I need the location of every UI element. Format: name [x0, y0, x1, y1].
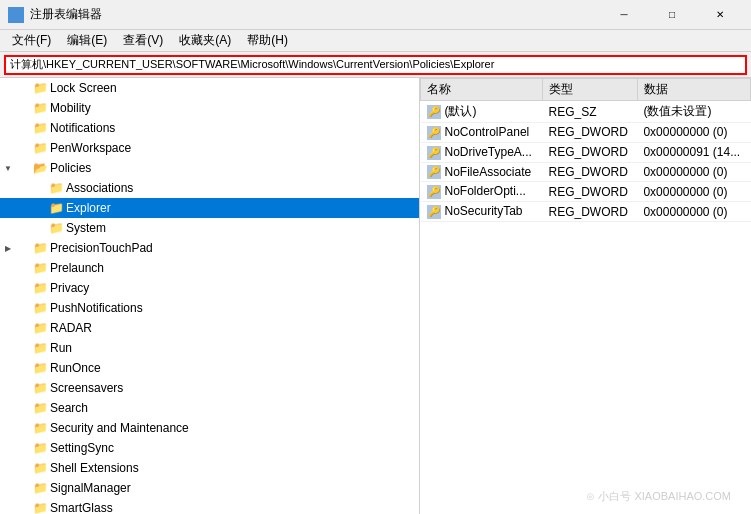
tree-item-explorer[interactable]: 📁Explorer: [0, 198, 419, 218]
address-bar: [0, 52, 751, 78]
registry-row[interactable]: 🔑(默认)REG_SZ(数值未设置): [421, 101, 751, 123]
col-type: 类型: [543, 79, 638, 101]
no-expand-icon: [0, 340, 16, 356]
menu-item-e[interactable]: 编辑(E): [59, 30, 115, 51]
tree-item-search[interactable]: 📁Search: [0, 398, 419, 418]
no-expand-icon: [0, 100, 16, 116]
tree-item-securityandmaintenance[interactable]: 📁Security and Maintenance: [0, 418, 419, 438]
svg-rect-0: [10, 9, 15, 14]
tree-item-lockscreen[interactable]: 📁Lock Screen: [0, 78, 419, 98]
reg-data: (数值未设置): [637, 101, 750, 123]
menu-item-h[interactable]: 帮助(H): [239, 30, 296, 51]
title-bar: 注册表编辑器 ─ □ ✕: [0, 0, 751, 30]
folder-icon: 📁: [32, 400, 48, 416]
tree-item-associations[interactable]: 📁Associations: [0, 178, 419, 198]
registry-panel[interactable]: 名称 类型 数据 🔑(默认)REG_SZ(数值未设置)🔑NoControlPan…: [420, 78, 751, 514]
tree-item-label: Privacy: [50, 281, 89, 295]
reg-data: 0x00000000 (0): [637, 123, 750, 143]
folder-icon: 📁: [32, 320, 48, 336]
no-expand-icon: [0, 500, 16, 514]
no-expand-icon: [0, 320, 16, 336]
tree-item-screensavers[interactable]: 📁Screensavers: [0, 378, 419, 398]
no-expand-icon: [0, 140, 16, 156]
expand-icon[interactable]: ▶: [0, 240, 16, 256]
registry-row[interactable]: 🔑NoControlPanelREG_DWORD0x00000000 (0): [421, 123, 751, 143]
tree-item-radar[interactable]: 📁RADAR: [0, 318, 419, 338]
no-expand-icon: [0, 460, 16, 476]
folder-icon: 📁: [32, 80, 48, 96]
folder-icon: 📁: [32, 280, 48, 296]
reg-type: REG_DWORD: [543, 182, 638, 202]
tree-item-label: Mobility: [50, 101, 91, 115]
tree-item-label: Search: [50, 401, 88, 415]
tree-item-run[interactable]: 📁Run: [0, 338, 419, 358]
folder-icon: 📁: [32, 100, 48, 116]
reg-icon: 🔑: [427, 105, 441, 119]
tree-item-label: PushNotifications: [50, 301, 143, 315]
no-expand-icon: [0, 200, 16, 216]
reg-data: 0x00000000 (0): [637, 162, 750, 182]
main-area: 📁Lock Screen📁Mobility📁Notifications📁PenW…: [0, 78, 751, 514]
reg-icon: 🔑: [427, 165, 441, 179]
tree-item-penworkspace[interactable]: 📁PenWorkspace: [0, 138, 419, 158]
reg-type: REG_DWORD: [543, 202, 638, 222]
tree-item-label: Screensavers: [50, 381, 123, 395]
tree-item-label: Prelaunch: [50, 261, 104, 275]
registry-row[interactable]: 🔑NoFolderOpti...REG_DWORD0x00000000 (0): [421, 182, 751, 202]
tree-item-mobility[interactable]: 📁Mobility: [0, 98, 419, 118]
tree-item-pushnotifications[interactable]: 📁PushNotifications: [0, 298, 419, 318]
tree-item-label: SignalManager: [50, 481, 131, 495]
tree-item-runonce[interactable]: 📁RunOnce: [0, 358, 419, 378]
tree-item-signalmanager[interactable]: 📁SignalManager: [0, 478, 419, 498]
no-expand-icon: [0, 220, 16, 236]
reg-name: 🔑NoFolderOpti...: [421, 182, 543, 202]
reg-name: 🔑NoFileAssociate: [421, 162, 543, 182]
reg-type: REG_SZ: [543, 101, 638, 123]
reg-type: REG_DWORD: [543, 123, 638, 143]
title-bar-left: 注册表编辑器: [8, 6, 102, 23]
minimize-button[interactable]: ─: [601, 0, 647, 30]
tree-item-smartglass[interactable]: 📁SmartGlass: [0, 498, 419, 514]
tree-item-label: PrecisionTouchPad: [50, 241, 153, 255]
tree-item-settingsync[interactable]: 📁SettingSync: [0, 438, 419, 458]
registry-row[interactable]: 🔑NoFileAssociateREG_DWORD0x00000000 (0): [421, 162, 751, 182]
tree-item-label: System: [66, 221, 106, 235]
folder-icon: 📁: [32, 500, 48, 514]
tree-item-privacy[interactable]: 📁Privacy: [0, 278, 419, 298]
tree-item-label: Shell Extensions: [50, 461, 139, 475]
tree-item-precisiontouchpad[interactable]: ▶📁PrecisionTouchPad: [0, 238, 419, 258]
registry-row[interactable]: 🔑NoDriveTypeA...REG_DWORD0x00000091 (14.…: [421, 142, 751, 162]
tree-item-label: Security and Maintenance: [50, 421, 189, 435]
tree-item-shellextensions[interactable]: 📁Shell Extensions: [0, 458, 419, 478]
address-input[interactable]: [4, 55, 747, 75]
tree-item-system[interactable]: 📁System: [0, 218, 419, 238]
maximize-button[interactable]: □: [649, 0, 695, 30]
tree-item-notifications[interactable]: 📁Notifications: [0, 118, 419, 138]
folder-icon: 📁: [48, 200, 64, 216]
menu-item-v[interactable]: 查看(V): [115, 30, 171, 51]
tree-item-prelaunch[interactable]: 📁Prelaunch: [0, 258, 419, 278]
folder-icon: 📁: [32, 240, 48, 256]
folder-icon: 📁: [48, 180, 64, 196]
folder-icon: 📁: [32, 120, 48, 136]
no-expand-icon: [0, 480, 16, 496]
no-expand-icon: [0, 380, 16, 396]
no-expand-icon: [0, 420, 16, 436]
app-icon: [8, 7, 24, 23]
reg-name: 🔑NoDriveTypeA...: [421, 142, 543, 162]
menu-item-f[interactable]: 文件(F): [4, 30, 59, 51]
tree-item-label: SettingSync: [50, 441, 114, 455]
svg-rect-1: [17, 9, 22, 14]
svg-rect-3: [17, 16, 22, 21]
window-controls: ─ □ ✕: [601, 0, 743, 30]
menu-item-a[interactable]: 收藏夹(A): [171, 30, 239, 51]
registry-row[interactable]: 🔑NoSecurityTabREG_DWORD0x00000000 (0): [421, 202, 751, 222]
col-name: 名称: [421, 79, 543, 101]
tree-panel[interactable]: 📁Lock Screen📁Mobility📁Notifications📁PenW…: [0, 78, 420, 514]
folder-icon: 📁: [32, 420, 48, 436]
tree-item-policies[interactable]: ▼📂Policies: [0, 158, 419, 178]
expand-icon[interactable]: ▼: [0, 160, 16, 176]
tree-item-label: Run: [50, 341, 72, 355]
reg-icon: 🔑: [427, 146, 441, 160]
close-button[interactable]: ✕: [697, 0, 743, 30]
